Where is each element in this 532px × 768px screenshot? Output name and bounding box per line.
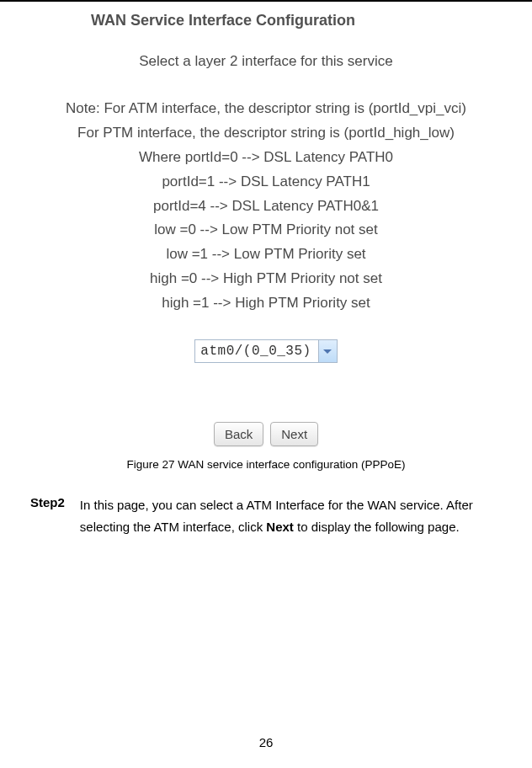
interface-select[interactable]: atm0/(0_0_35): [194, 339, 337, 363]
page-number: 26: [0, 735, 532, 749]
config-screenshot: WAN Service Interface Configuration Sele…: [0, 0, 532, 446]
note-line: high =0 --> High PTM Priority not set: [0, 267, 532, 291]
note-line: portId=4 --> DSL Latency PATH0&1: [0, 195, 532, 219]
dropdown-button[interactable]: [318, 340, 337, 362]
note-line: Note: For ATM interface, the descriptor …: [0, 97, 532, 121]
step-label: Step2: [30, 494, 65, 509]
back-button[interactable]: Back: [214, 422, 263, 446]
note-line: high =1 --> High PTM Priority set: [0, 291, 532, 316]
note-line: Where portId=0 --> DSL Latency PATH0: [0, 146, 532, 170]
page-subtitle: Select a layer 2 interface for this serv…: [0, 53, 532, 70]
step-row: Step2 In this page, you can select a ATM…: [0, 494, 532, 537]
next-button[interactable]: Next: [270, 422, 318, 446]
button-row: Back Next: [0, 422, 532, 446]
figure-caption: Figure 27 WAN service interface configur…: [0, 458, 532, 471]
note-line: low =1 --> Low PTM Priority set: [0, 243, 532, 267]
interface-select-value: atm0/(0_0_35): [195, 344, 317, 359]
note-block: Note: For ATM interface, the descriptor …: [0, 97, 532, 316]
chevron-down-icon: [323, 349, 332, 354]
page-title: WAN Service Interface Configuration: [0, 12, 532, 29]
note-line: portId=1 --> DSL Latency PATH1: [0, 170, 532, 195]
interface-dropdown-row: atm0/(0_0_35): [0, 339, 532, 363]
step-text: In this page, you can select a ATM Inter…: [80, 494, 508, 537]
note-line: For PTM interface, the descriptor string…: [0, 121, 532, 146]
note-line: low =0 --> Low PTM Priority not set: [0, 218, 532, 243]
